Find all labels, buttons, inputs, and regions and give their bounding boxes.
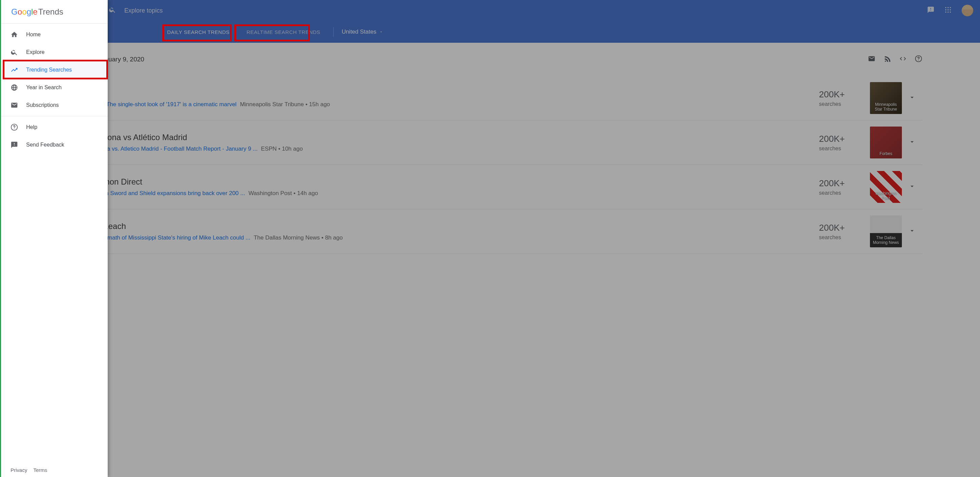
nav-label: Explore — [26, 49, 45, 55]
nav-explore[interactable]: Explore — [1, 43, 108, 61]
nav-year-in-search[interactable]: Year in Search — [1, 79, 108, 96]
nav-help[interactable]: Help — [1, 119, 108, 136]
home-icon — [11, 31, 18, 38]
nav-send-feedback[interactable]: Send Feedback — [1, 136, 108, 154]
nav-subscriptions[interactable]: Subscriptions — [1, 96, 108, 114]
nav-label: Send Feedback — [26, 142, 64, 148]
help-icon — [11, 124, 18, 131]
trending-up-icon — [11, 66, 18, 74]
nav-label: Subscriptions — [26, 102, 59, 108]
nav-label: Help — [26, 124, 37, 130]
mail-icon — [11, 101, 18, 109]
nav-home[interactable]: Home — [1, 26, 108, 43]
overlay-scrim[interactable] — [0, 0, 980, 259]
nav-drawer: GoogleTrends Home Explore Trending Searc… — [1, 0, 108, 259]
nav-trending-searches[interactable]: Trending Searches — [1, 61, 108, 79]
nav-label: Trending Searches — [26, 67, 72, 73]
search-icon — [11, 49, 18, 56]
globe-icon — [11, 84, 18, 91]
svg-point-12 — [14, 128, 14, 129]
product-name: Trends — [38, 7, 63, 16]
feedback-icon — [11, 141, 18, 149]
nav-label: Home — [26, 32, 41, 38]
nav-label: Year in Search — [26, 84, 62, 90]
brand-logo[interactable]: GoogleTrends — [1, 0, 108, 24]
